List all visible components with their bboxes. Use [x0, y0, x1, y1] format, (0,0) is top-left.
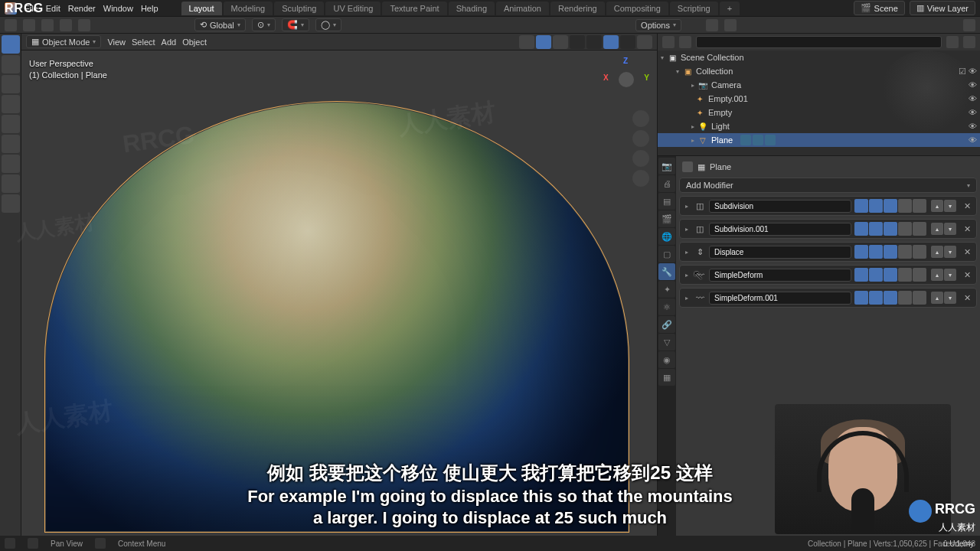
- tool-icon[interactable]: [60, 19, 72, 31]
- pan-icon[interactable]: [632, 130, 649, 147]
- watermark-rrcg-topleft: RRCG: [5, 2, 44, 15]
- zoom-icon[interactable]: [632, 110, 649, 127]
- tab-shading[interactable]: Shading: [449, 2, 495, 15]
- close-icon[interactable]: ✕: [961, 200, 973, 212]
- v-menu-object[interactable]: Object: [182, 37, 207, 47]
- mouse-icon: [5, 538, 15, 549]
- nav-gizmo[interactable]: Z Y X: [603, 57, 649, 103]
- filter-icon[interactable]: [946, 36, 959, 48]
- tab-compositing[interactable]: Compositing: [606, 2, 668, 15]
- tool-cursor[interactable]: [2, 55, 20, 73]
- menu-edit[interactable]: Edit: [46, 4, 60, 13]
- proportional-dropdown[interactable]: ◯▾: [315, 18, 341, 31]
- modifier-subdivision001[interactable]: ▸◫ Subdivision.001 ▴▾ ✕: [679, 219, 977, 239]
- tab-scripting[interactable]: Scripting: [670, 2, 718, 15]
- perspective-icon[interactable]: [632, 170, 649, 187]
- outliner-collection[interactable]: ▾▣Collection ☑ 👁: [658, 64, 980, 78]
- axis-z-icon[interactable]: Z: [623, 57, 628, 65]
- tab-uvediting[interactable]: UV Editing: [325, 2, 381, 15]
- menu-window[interactable]: Window: [103, 4, 133, 13]
- tool-addcube[interactable]: [2, 194, 20, 213]
- outliner-item-empty[interactable]: ✦Empty👁: [658, 106, 980, 119]
- menu-render[interactable]: Render: [68, 4, 96, 13]
- tab-modeling[interactable]: Modeling: [224, 2, 273, 15]
- camera-icon[interactable]: [632, 150, 649, 167]
- ptab-scene[interactable]: 🎬: [658, 210, 675, 227]
- outliner-item-light[interactable]: ▸💡Light👁: [658, 119, 980, 133]
- tool-move[interactable]: [2, 75, 20, 93]
- new-collection-icon[interactable]: [963, 36, 975, 48]
- shading-dropdown-icon[interactable]: [637, 35, 652, 49]
- tab-rendering[interactable]: Rendering: [550, 2, 605, 15]
- outliner-scene-collection[interactable]: ▾▣Scene Collection: [658, 51, 980, 64]
- shading-material-icon[interactable]: [603, 35, 619, 49]
- outliner-search[interactable]: [696, 36, 942, 48]
- orientation-dropdown[interactable]: ⟲Global▾: [194, 18, 246, 31]
- ptab-texture[interactable]: ▦: [658, 369, 675, 386]
- tool-annotate[interactable]: [2, 155, 20, 173]
- axis-y-icon[interactable]: Y: [644, 73, 649, 82]
- display-mode-icon[interactable]: [724, 19, 737, 31]
- tool-select-box[interactable]: [2, 35, 20, 54]
- outliner-item-plane[interactable]: ▸▽Plane 👁: [658, 133, 980, 147]
- modifier-simpledeform[interactable]: ▸〰 SimpleDeform ▴▾ ✕: [679, 265, 977, 285]
- shading-wire-icon[interactable]: [570, 35, 585, 49]
- mode-dropdown[interactable]: ▦Object Mode▾: [26, 35, 101, 48]
- ptab-constraints[interactable]: 🔗: [658, 316, 675, 333]
- shading-rendered-icon[interactable]: [620, 35, 635, 49]
- ptab-particles[interactable]: ✦: [658, 281, 675, 298]
- editor-type-icon[interactable]: [662, 36, 675, 48]
- menu-help[interactable]: Help: [141, 4, 158, 13]
- tool-icon[interactable]: [5, 19, 17, 31]
- tab-animation[interactable]: Animation: [496, 2, 549, 15]
- editor-type-icon[interactable]: [706, 19, 718, 31]
- ptab-modifiers[interactable]: 🔧: [658, 263, 675, 280]
- add-modifier-dropdown[interactable]: Add Modifier▾: [679, 178, 977, 193]
- ptab-render[interactable]: 📷: [658, 158, 675, 174]
- pivot-dropdown[interactable]: ⊙▾: [252, 18, 276, 31]
- ptab-material[interactable]: ◉: [658, 351, 675, 368]
- tool-rotate[interactable]: [2, 95, 20, 113]
- tool-scale[interactable]: [2, 115, 20, 133]
- options-dropdown[interactable]: Options▾: [635, 19, 681, 31]
- tool-icon[interactable]: [78, 19, 90, 31]
- axis-x-icon[interactable]: X: [603, 73, 609, 82]
- tab-add[interactable]: +: [720, 2, 740, 15]
- display-mode-icon[interactable]: [679, 36, 691, 48]
- v-menu-select[interactable]: Select: [132, 37, 155, 47]
- outliner-item-empty001[interactable]: ✦Empty.001👁: [658, 92, 980, 106]
- tool-measure[interactable]: [2, 174, 20, 193]
- tool-icon[interactable]: [41, 19, 54, 31]
- tab-texturepaint[interactable]: Texture Paint: [382, 2, 446, 15]
- viewlayer-chip[interactable]: ▥View Layer: [910, 1, 975, 15]
- ptab-output[interactable]: 🖨: [658, 175, 675, 192]
- v-menu-add[interactable]: Add: [162, 37, 177, 47]
- ptab-world[interactable]: 🌐: [658, 228, 675, 245]
- ptab-data[interactable]: ▽: [658, 334, 675, 350]
- 3d-viewport[interactable]: ▦Object Mode▾ View Select Add Object Use…: [0, 34, 657, 536]
- shading-solid-icon[interactable]: [586, 35, 602, 49]
- ptab-viewlayer[interactable]: ▤: [658, 193, 675, 210]
- tool-transform[interactable]: [2, 135, 20, 153]
- overlay-toggle-icon[interactable]: [536, 35, 551, 49]
- ptab-physics[interactable]: ⚛: [658, 298, 675, 315]
- scene-chip[interactable]: 🎬Scene: [854, 1, 905, 15]
- modifier-displace[interactable]: ▸⇕ Displace ▴▾ ✕: [679, 242, 977, 262]
- close-icon[interactable]: ✕: [961, 292, 973, 304]
- snap-dropdown[interactable]: 🧲▾: [282, 18, 309, 31]
- v-menu-view[interactable]: View: [107, 37, 126, 47]
- ptab-object[interactable]: ▢: [658, 246, 675, 262]
- modifier-subdivision[interactable]: ▸◫ Subdivision ▴▾ ✕: [679, 196, 977, 216]
- filter-icon[interactable]: [963, 19, 975, 31]
- tab-sculpting[interactable]: Sculpting: [274, 2, 324, 15]
- gizmo-toggle-icon[interactable]: [519, 35, 534, 49]
- xray-toggle-icon[interactable]: [553, 35, 568, 49]
- close-icon[interactable]: ✕: [961, 246, 973, 258]
- modifier-simpledeform001[interactable]: ▸〰 SimpleDeform.001 ▴▾ ✕: [679, 288, 977, 308]
- close-icon[interactable]: ✕: [961, 269, 973, 281]
- close-icon[interactable]: ✕: [961, 223, 973, 235]
- tab-layout[interactable]: Layout: [181, 2, 222, 15]
- pin-icon[interactable]: [682, 161, 693, 172]
- tool-icon[interactable]: [23, 19, 35, 31]
- outliner-item-camera[interactable]: ▸📷Camera👁: [658, 78, 980, 92]
